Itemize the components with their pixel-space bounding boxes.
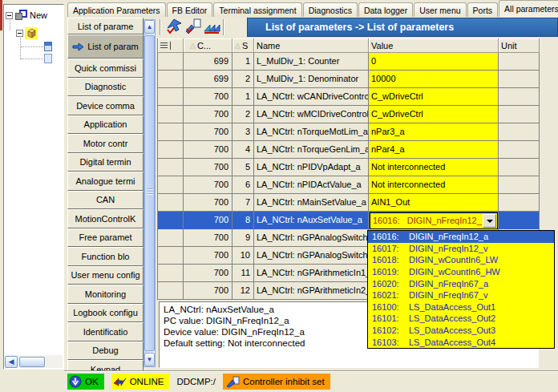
dropdown-item[interactable]: 16020: DIGIN_nFreqIn67_a — [368, 277, 554, 289]
tab[interactable]: Application Parameters — [67, 2, 166, 17]
tree-item-node[interactable] — [44, 42, 52, 51]
tree-horizontal-scrollbar[interactable]: ◀ — [5, 355, 63, 368]
table-row[interactable]: 699 1 L_MulDiv_1: Counter 0 — [157, 53, 540, 71]
sidebar-item[interactable]: Function blo — [67, 247, 144, 266]
scrollbar-thumb[interactable] — [144, 35, 155, 351]
sidebar-item[interactable]: Free paramet — [67, 228, 144, 248]
read-parameters-icon[interactable] — [165, 18, 183, 35]
collapse-icon[interactable] — [16, 30, 23, 37]
value-cell[interactable]: 0 — [369, 53, 499, 71]
sidebar-scrollbar[interactable]: ▲ ▼ — [144, 19, 156, 367]
scroll-up-button[interactable]: ▲ — [144, 20, 155, 34]
scroll-left-button[interactable]: ◀ — [5, 356, 18, 368]
status-inhibit-badge: Controller inhibit set — [223, 374, 330, 390]
column-header-code[interactable]: △ C... — [184, 38, 232, 53]
value-cell[interactable]: Not interconnected — [369, 159, 499, 176]
window-edge-artifact — [0, 0, 2, 30]
tab[interactable]: Data logger — [358, 2, 413, 17]
sidebar-item[interactable]: Device comma — [67, 96, 144, 115]
sidebar-item[interactable]: Keypad — [67, 360, 144, 370]
dropdown-item[interactable]: 16100: LS_DataAccess_Out1 — [368, 301, 554, 313]
sidebar-item[interactable]: Motor contr — [67, 134, 144, 153]
code-cell: 700 — [184, 123, 232, 141]
column-header-label: Unit — [501, 41, 517, 51]
value-cell[interactable]: C_wDriveCtrl — [369, 88, 499, 106]
tab[interactable]: User menu — [414, 2, 466, 17]
project-icon — [14, 10, 28, 21]
dropdown-item[interactable]: 16016: DIGIN_nFreqIn12_a — [368, 231, 554, 243]
dropdown-item[interactable]: 16103: LS_DataAccess_Out4 — [368, 336, 554, 348]
sidebar-item[interactable]: MotionControlK — [67, 209, 144, 228]
dropdown-item[interactable]: 16101: LS_DataAccess_Out2 — [368, 313, 554, 325]
sidebar-item[interactable]: Debug — [67, 341, 144, 361]
table-row[interactable]: 700 3 LA_NCtrl: nTorqueMotLim_a nPar3_a — [157, 123, 540, 141]
value-cell[interactable]: C_wDriveCtrl — [369, 106, 499, 123]
project-tree-panel: New ◀ — [3, 4, 64, 370]
value-cell[interactable]: Not interconnected — [369, 176, 499, 194]
sidebar-item[interactable]: CAN — [67, 191, 144, 210]
column-header-value[interactable]: Value — [369, 38, 499, 53]
sidebar-item[interactable]: Quick commissi — [67, 59, 144, 78]
value-cell[interactable]: nPar3_a — [369, 123, 499, 141]
column-header-name[interactable]: Name — [254, 38, 369, 53]
sidebar-item[interactable]: Identificatio — [67, 322, 144, 341]
dropdown-item-number: 16021: — [372, 290, 409, 300]
table-row[interactable]: 700 4 LA_NCtrl: nTorqueGenLim_a nPar4_a — [157, 141, 540, 159]
row-selector-cell — [157, 194, 184, 212]
table-row[interactable]: 700 6 LA_NCtrl: nPIDActValue_a Not inter… — [157, 176, 540, 194]
table-row[interactable]: 700 5 LA_NCtrl: nPIDVpAdapt_a Not interc… — [157, 159, 540, 176]
dropdown-item[interactable]: 16018: DIGIN_wCountIn6_LW — [368, 254, 554, 266]
table-row[interactable]: 700 2 LA_NCtrl: wMCIDriveControl C_wDriv… — [157, 106, 540, 123]
tab[interactable]: Diagnostics — [303, 2, 358, 17]
sidebar-item[interactable]: List of param — [67, 34, 144, 59]
value-combobox[interactable]: 16016: DIGIN_nFreqIn12_a — [370, 212, 498, 229]
sidebar-item-label: User menu config — [71, 270, 140, 280]
column-header-unit[interactable]: Unit — [499, 38, 540, 53]
row-selector-cell — [157, 53, 184, 71]
sidebar-item[interactable]: Monitoring — [67, 285, 144, 304]
scroll-down-button[interactable]: ▼ — [144, 353, 155, 366]
write-parameters-icon[interactable] — [184, 18, 202, 35]
node-icon — [44, 42, 52, 51]
sidebar-item[interactable]: Digital termin — [67, 153, 144, 172]
tab[interactable]: Terminal assignment — [213, 2, 301, 17]
value-cell[interactable]: 10000 — [369, 71, 499, 88]
table-row[interactable]: 700 1 LA_NCtrl: wCANDriveControl C_wDriv… — [157, 88, 540, 106]
tree-item-node[interactable] — [44, 54, 52, 63]
tab[interactable]: All parameters — [499, 0, 558, 17]
collapse-icon[interactable] — [6, 12, 13, 19]
sidebar-item[interactable]: User menu config — [67, 266, 144, 285]
subcode-cell: 7 — [232, 194, 254, 212]
subcode-cell: 2 — [232, 71, 254, 88]
dropdown-item-number: 16020: — [372, 279, 409, 289]
code-cell: 699 — [184, 71, 232, 88]
table-row[interactable]: 700 7 LA_NCtrl: nMainSetValue_a AIN1_Out — [157, 194, 540, 212]
dropdown-item[interactable]: 16102: LS_DataAccess_Out3 — [368, 325, 554, 337]
row-menu-header[interactable] — [157, 38, 184, 53]
value-cell[interactable]: AIN1_Out — [369, 194, 499, 212]
name-cell: LA_NCtrl: nGPArithmeticIn1_a — [254, 265, 369, 282]
column-header-subcode[interactable]: △ S — [232, 38, 254, 53]
tree-item-device[interactable] — [16, 27, 38, 39]
transfer-all-icon[interactable] — [203, 18, 220, 35]
scrollbar-thumb[interactable] — [19, 357, 45, 367]
value-cell[interactable]: nPar4_a — [369, 141, 499, 159]
tab[interactable]: FB Editor — [167, 2, 213, 17]
sidebar-item[interactable]: Logbook configu — [67, 304, 144, 323]
dropdown-item-name: DIGIN_wCountIn6_HW — [409, 267, 500, 277]
sidebar-item[interactable]: List of parame — [67, 18, 144, 34]
name-cell: LA_NCtrl: nMainSetValue_a — [254, 194, 369, 212]
sidebar-item[interactable]: Diagnostic — [67, 78, 144, 97]
dropdown-item[interactable]: 16019: DIGIN_wCountIn6_HW — [368, 266, 554, 278]
dropdown-item-number: 16016: — [372, 232, 409, 241]
table-row[interactable]: 699 2 L_MulDiv_1: Denominator 10000 — [157, 71, 540, 88]
dropdown-item[interactable]: 16021: DIGIN_nFreqIn67_v — [368, 289, 554, 301]
dropdown-item[interactable]: 16017: DIGIN_nFreqIn12_v — [368, 243, 554, 255]
dropdown-item-number: 16019: — [372, 267, 409, 277]
sidebar-item[interactable]: Application — [67, 115, 144, 135]
combobox-dropdown-button[interactable] — [483, 214, 496, 228]
sidebar-item[interactable]: Analogue termi — [67, 172, 144, 191]
tab[interactable]: Ports — [467, 2, 499, 17]
unit-cell — [499, 123, 540, 141]
tree-item-project[interactable]: New — [6, 10, 47, 21]
